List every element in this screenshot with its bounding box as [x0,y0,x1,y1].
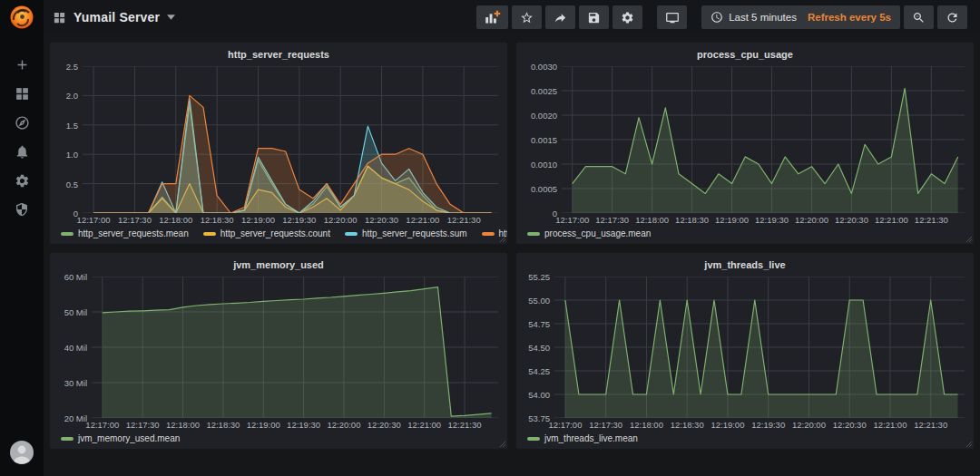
time-range-button[interactable]: Last 5 minutes Refresh every 5s [701,5,900,29]
x-tick-label: 12:17:00 [543,420,588,430]
chart-plot-area[interactable] [554,277,965,418]
legend-series-name: jvm_memory_used.mean [78,433,180,443]
x-tick-label: 12:20:30 [359,215,405,225]
share-button[interactable] [545,5,575,29]
panel-title[interactable]: jvm_memory_used [50,256,507,275]
y-tick-label: 2.5 [66,62,78,72]
refresh-button[interactable] [937,5,967,29]
x-tick-label: 12:17:30 [583,420,629,430]
panel-resize-handle[interactable] [965,236,972,242]
legend-series-name: http_server_requests.count [220,228,330,238]
x-tick-label: 12:18:30 [194,215,240,225]
grafana-logo[interactable] [0,0,44,34]
x-tick-label: 12:18:30 [670,215,715,225]
dashboard-settings-button[interactable] [612,5,642,29]
legend-series-swatch [61,437,74,441]
y-tick-label: 54.00 [528,390,550,400]
x-tick-label: 12:20:00 [786,420,831,430]
x-tick-label: 12:20:00 [318,215,363,225]
panel-resize-handle[interactable] [965,441,972,447]
zoom-out-button[interactable] [904,5,934,29]
compass-icon [15,115,30,131]
grid-icon [15,86,30,102]
legend-item[interactable]: jvm_threads_live.mean [527,433,638,443]
star-button[interactable] [512,5,542,29]
legend-item[interactable]: process_cpu_usage.mean [527,228,651,238]
chart-plot-area[interactable] [83,66,498,213]
legend-series-name: process_cpu_usage.mean [544,228,651,238]
x-tick-label: 12:17:00 [80,420,125,430]
dashboard-grid: http_server_requests 00.51.01.52.02.5 12… [44,34,980,476]
panel-title[interactable]: jvm_threads_live [516,256,974,275]
x-axis: 12:17:0012:17:3012:18:0012:18:3012:19:00… [83,213,498,226]
gear-icon [621,11,634,24]
y-tick-label: 1.5 [66,121,78,131]
panel-jvm-threads-live: jvm_threads_live 53.7554.0054.2554.5054.… [515,252,975,450]
y-tick-label: 54.75 [528,319,550,329]
chevron-down-icon [167,15,175,20]
legend-item[interactable]: http_server_requests.mean [61,228,189,238]
y-tick-label: 54.50 [528,343,550,353]
x-tick-label: 12:21:00 [402,420,447,430]
y-tick-label: 40 Mil [64,343,87,353]
add-panel-button[interactable] [476,5,508,29]
navbar: Yumail Server Last 5 minu [44,0,980,34]
star-icon [520,11,534,24]
x-tick-label: 12:19:00 [235,215,280,225]
y-tick-label: 50 Mil [64,307,87,317]
x-tick-label: 12:17:00 [71,215,116,225]
sidebar-item-configuration[interactable] [6,172,37,189]
legend: jvm_threads_live.mean [516,431,974,446]
bell-icon [15,144,30,160]
y-tick-label: 0.5 [66,180,78,189]
chart-plot-area[interactable] [562,66,965,213]
panel-resize-handle[interactable] [499,236,505,242]
legend-item[interactable]: jvm_memory_used.mean [61,433,180,443]
panel-title[interactable]: process_cpu_usage [516,45,974,64]
sidebar-item-alerting[interactable] [6,143,37,160]
save-button[interactable] [579,5,609,29]
y-axis: 00.51.01.52.02.5 [55,66,83,213]
x-tick-label: 12:19:00 [705,420,750,430]
user-avatar[interactable] [6,440,37,465]
panel-title[interactable]: http_server_requests [50,45,507,64]
panel-resize-handle[interactable] [499,441,505,447]
gear-icon [15,173,30,189]
refresh-interval-label: Refresh every 5s [808,12,891,23]
legend-item[interactable]: http_server_requests.count [203,228,330,238]
legend: jvm_memory_used.mean [50,431,507,446]
y-axis: 00.00050.00100.00150.00200.00250.0030 [522,66,562,213]
legend-series-swatch [203,232,216,236]
sidebar-item-create[interactable] [6,56,37,73]
sidebar-item-server-admin[interactable] [6,201,37,218]
legend-series-name: http_server_requests.sum [362,228,467,238]
legend-series-swatch [345,232,358,236]
user-avatar-icon [9,440,34,465]
zoom-out-icon [912,11,926,24]
legend-item[interactable]: http_server_requests.sum [345,228,467,238]
sidebar [0,0,44,476]
share-icon [554,11,567,24]
add-panel-icon [484,10,501,24]
dashboard-picker[interactable]: Yumail Server [53,10,175,24]
legend-series-swatch [527,232,540,236]
x-tick-label: 12:18:00 [623,420,669,430]
chart-plot-area[interactable] [92,277,498,418]
legend-series-swatch [482,232,495,236]
y-tick-label: 55.00 [528,296,550,306]
sidebar-item-explore[interactable] [6,114,37,131]
panel-http-server-requests: http_server_requests 00.51.01.52.02.5 12… [49,42,508,245]
x-axis: 12:17:0012:17:3012:18:0012:18:3012:19:00… [554,418,965,431]
x-tick-label: 12:18:30 [664,420,710,430]
x-tick-label: 12:19:30 [281,420,327,430]
y-tick-label: 60 Mil [64,272,87,282]
y-tick-label: 0.0025 [531,86,557,96]
x-tick-label: 12:21:30 [908,215,954,225]
cycle-view-button[interactable] [657,5,687,29]
x-tick-label: 12:21:30 [442,420,487,430]
y-tick-label: 0.0010 [531,160,557,170]
y-axis: 20 Mil30 Mil40 Mil50 Mil60 Mil [55,277,92,418]
dashboard-title: Yumail Server [74,10,160,24]
grafana-logo-icon [9,5,34,30]
sidebar-item-dashboards[interactable] [6,85,37,102]
